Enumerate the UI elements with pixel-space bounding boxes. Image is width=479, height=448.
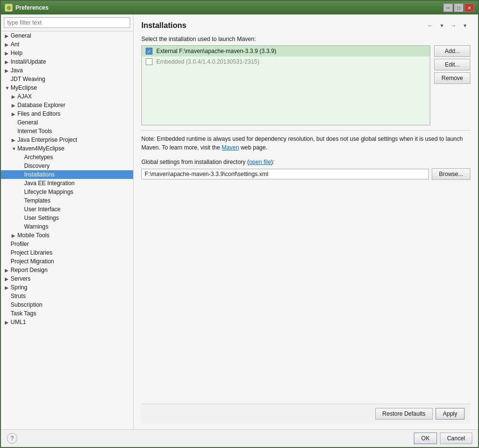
sidebar-item-archetypes[interactable]: Archetypes [1,153,133,162]
maven-link[interactable]: Maven [222,144,239,151]
sidebar-item-installations[interactable]: Installations [1,170,133,179]
sidebar-label-archetypes: Archetypes [24,154,53,161]
sidebar-label-java-ee-integration: Java EE Integration [24,180,75,187]
sidebar-item-install-update[interactable]: ▶ Install/Update [1,57,133,66]
note-end-text: web page. [241,144,267,151]
tree-arrow-spring: ▶ [5,285,11,290]
sidebar-item-mobile-tools[interactable]: ▶ Mobile Tools [1,231,133,240]
tree-arrow-uml1: ▶ [5,320,11,325]
add-button[interactable]: Add... [434,45,470,57]
back-button[interactable]: ← [425,20,436,31]
tree-arrow-ant: ▶ [5,42,11,47]
tree-arrow-general: ▶ [5,33,11,39]
window-controls: ─ □ ✕ [443,3,474,12]
apply-button[interactable]: Apply [436,408,465,420]
sidebar-item-discovery[interactable]: Discovery [1,162,133,170]
help-button[interactable]: ? [7,433,17,444]
sidebar-item-ajax[interactable]: ▶ AJAX [1,92,133,101]
sidebar-item-java-ee-integration[interactable]: Java EE Integration [1,179,133,188]
sidebar-item-general[interactable]: ▶ General [1,31,133,40]
note-text: Note: Embedded runtime is always used fo… [141,130,470,152]
bottom-actions: Restore Defaults Apply [375,408,465,420]
tree-arrow-install-update: ▶ [5,59,11,65]
sidebar-item-user-interface[interactable]: User Interface [1,205,133,214]
maximize-button[interactable]: □ [454,3,464,12]
sidebar-item-servers[interactable]: ▶ Servers [1,274,133,283]
sidebar-item-ant[interactable]: ▶ Ant [1,40,133,49]
sidebar-item-java-enterprise[interactable]: ▶ Java Enterprise Project [1,136,133,144]
sidebar-item-jdt-weaving[interactable]: JDT Weaving [1,75,133,83]
sidebar-item-profiler[interactable]: Profiler [1,240,133,248]
sidebar-label-internet-tools: Internet Tools [17,128,52,135]
section-label: Select the installation used to launch M… [141,36,470,42]
footer-bar: ? OK Cancel [1,429,478,447]
sidebar-label-subscription: Subscription [11,301,42,308]
app-icon: ⚙ [5,4,13,12]
note-main: Note: Embedded runtime is always used fo… [141,136,463,151]
cancel-button[interactable]: Cancel [440,433,472,444]
sidebar-item-maven4myeclipse[interactable]: ▼ Maven4MyEclipse [1,144,133,153]
sidebar-item-project-migration[interactable]: Project Migration [1,257,133,266]
sidebar-item-lifecycle-mappings[interactable]: Lifecycle Mappings [1,188,133,196]
browse-button[interactable]: Browse... [432,168,470,180]
sidebar-item-templates[interactable]: Templates [1,196,133,205]
sidebar-item-project-libraries[interactable]: Project Libraries [1,248,133,257]
sidebar-item-uml1[interactable]: ▶ UML1 [1,318,133,326]
sidebar-label-user-interface: User Interface [24,206,60,213]
sidebar-item-report-design[interactable]: ▶ Report Design [1,266,133,274]
installation-row-external: ✓ External F:\maven\apache-maven-3.3.9 (… [142,46,430,56]
sidebar-label-general: General [11,32,31,39]
sidebar-item-files-and-editors[interactable]: ▶ Files and Editors [1,109,133,118]
forward-button[interactable]: → [448,20,459,31]
sidebar-label-lifecycle-mappings: Lifecycle Mappings [24,189,73,195]
sidebar-label-project-libraries: Project Libraries [11,249,53,256]
sidebar-item-struts[interactable]: Struts [1,292,133,300]
main-header: Installations ← ▾ → ▾ [141,20,470,31]
edit-button[interactable]: Edit... [434,59,470,70]
sidebar-item-database-explorer[interactable]: ▶ Database Explorer [1,101,133,109]
tree-arrow-servers: ▶ [5,276,11,282]
sidebar-label-mobile-tools: Mobile Tools [17,232,49,239]
content-area: ▶ General▶ Ant▶ Help▶ Install/Update▶ Ja… [1,14,478,429]
forward-dropdown-button[interactable]: ▾ [460,20,470,31]
minimize-button[interactable]: ─ [443,3,453,12]
sidebar-item-internet-tools[interactable]: Internet Tools [1,127,133,136]
sidebar-label-installations: Installations [24,171,55,178]
toolbar-icons: ← ▾ → ▾ [425,20,470,31]
ok-button[interactable]: OK [414,433,437,444]
app-icon-symbol: ⚙ [7,5,11,11]
sidebar-label-help: Help [11,50,23,56]
global-settings-label: Global settings from installation direct… [141,159,470,165]
sidebar-item-java[interactable]: ▶ Java [1,66,133,75]
installations-spacer [142,67,430,125]
tree-arrow-files-and-editors: ▶ [12,111,17,117]
sidebar-item-task-tags[interactable]: Task Tags [1,309,133,318]
remove-button[interactable]: Remove [434,72,470,84]
settings-path-input[interactable] [141,169,429,179]
sidebar-label-database-explorer: Database Explorer [17,102,65,109]
preferences-window: ⚙ Preferences ─ □ ✕ ▶ General▶ Ant▶ Help… [0,0,479,448]
sidebar-item-user-settings[interactable]: User Settings [1,214,133,222]
sidebar-item-general-sub[interactable]: General [1,118,133,127]
tree-arrow-ajax: ▶ [12,94,17,99]
restore-defaults-button[interactable]: Restore Defaults [375,408,433,420]
installation-text-external: External F:\maven\apache-maven-3.3.9 (3.… [156,48,276,54]
global-settings-section: Global settings from installation direct… [141,159,470,180]
spacer [141,180,470,404]
checkbox-external[interactable]: ✓ [146,48,152,54]
sidebar-item-subscription[interactable]: Subscription [1,300,133,309]
sidebar-item-spring[interactable]: ▶ Spring [1,283,133,292]
back-dropdown-button[interactable]: ▾ [437,20,447,31]
open-file-link[interactable]: open file [249,159,271,165]
installations-table: ✓ External F:\maven\apache-maven-3.3.9 (… [141,45,430,125]
sidebar-label-report-design: Report Design [11,267,48,273]
sidebar-item-warnings[interactable]: Warnings [1,222,133,231]
sidebar-item-help[interactable]: ▶ Help [1,49,133,57]
close-button[interactable]: ✕ [465,3,474,12]
tree-arrow-report-design: ▶ [5,268,11,273]
checkbox-embedded[interactable] [146,58,152,65]
sidebar-item-myeclipse[interactable]: ▼ MyEclipse [1,83,133,92]
tree-arrow-maven4myeclipse: ▼ [12,146,17,151]
installations-list: ✓ External F:\maven\apache-maven-3.3.9 (… [141,45,430,130]
search-input[interactable] [4,17,130,28]
